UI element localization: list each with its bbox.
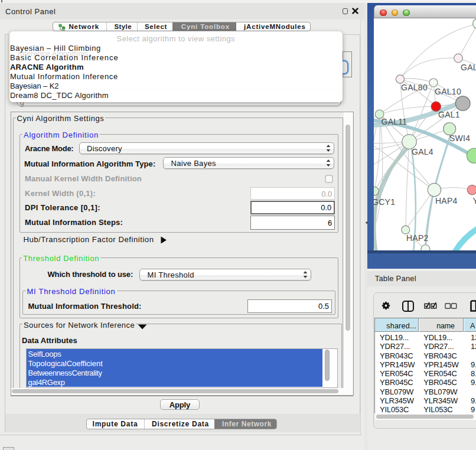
svg-text:GAL11: GAL11 [382, 117, 407, 126]
svg-text:SWI4: SWI4 [449, 133, 470, 143]
svg-text:HAP2: HAP2 [406, 233, 429, 243]
svg-text:HAP4: HAP4 [435, 196, 458, 206]
svg-text:GAL1: GAL1 [438, 110, 460, 119]
svg-text:GAL2: GAL2 [461, 63, 476, 72]
svg-text:GAL10: GAL10 [435, 87, 461, 96]
svg-text:GCY1: GCY1 [374, 197, 395, 207]
svg-text:GAL80: GAL80 [401, 83, 428, 92]
svg-text:Y: Y [472, 196, 476, 206]
svg-text:GAL4: GAL4 [412, 147, 433, 156]
